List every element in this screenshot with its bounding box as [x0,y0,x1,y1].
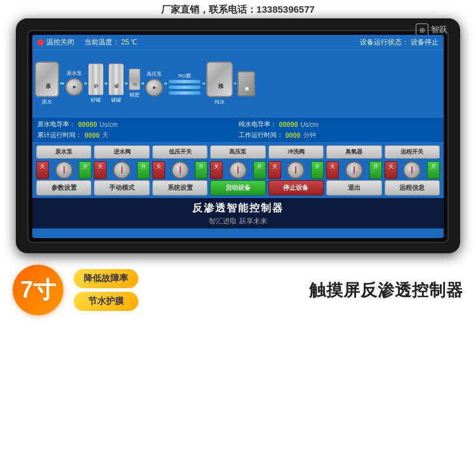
work-time-unit: 分钟 [303,131,316,140]
temp-control-label: 温控关闭 [46,37,74,47]
pure-water-box: 纯水箱 [237,71,255,96]
device-status: 设备运行状态： 设备停止 [360,37,439,47]
pure-water-tank-body: 纯水 [206,62,233,97]
top-banner: 厂家直销，联系电话：13385396577 [0,0,476,18]
tog-off-4[interactable]: 关 [210,161,223,179]
ro-membrane-body [168,79,201,95]
tog-on-5[interactable]: 开 [311,161,324,179]
tog-off-6[interactable]: 关 [326,161,339,179]
tog-off-2[interactable]: 关 [94,161,107,179]
tog-on-1[interactable]: 开 [79,161,91,179]
feature-tags: 降低故障率 节水护膜 [74,269,138,311]
system-settings-btn[interactable]: 系统设置 [152,180,208,195]
high-pressure-pump: 高压泵 ▶ [145,70,163,96]
tog-off-5[interactable]: 关 [268,161,281,179]
tog-dial-7[interactable] [403,161,421,179]
tog-on-3[interactable]: 开 [195,161,208,179]
brand-logo: ⊞ 智跃 [416,23,447,36]
ctrl-btn-remote-switch[interactable]: 远程开关 [385,145,440,159]
current-temp: 当前温度： 25 ℃ [84,37,137,47]
raw-conductivity-label: 原水电导率： [37,120,76,129]
size-badge: 7寸 [13,265,63,315]
brand-name: 智跃 [431,24,447,36]
start-device-btn[interactable]: 启动设备 [210,180,265,195]
sub-slogan: 智汇进取 跃享未来 [32,216,444,226]
ctrl-btn-low-pressure[interactable]: 低压开关 [152,145,208,159]
work-time-value: 0000 [286,132,301,139]
tog-off-7[interactable]: 关 [385,161,397,179]
param-settings-btn[interactable]: 参数设置 [36,180,91,195]
carbon-filter-body: 碳 [109,63,124,95]
pipe8 [234,83,236,84]
pure-conductivity-label: 纯水电导率： [239,120,277,129]
pipe2 [84,83,87,84]
ctrl-btn-inlet-valve[interactable]: 进水阀 [94,145,149,159]
ctrl-btn-high-pressure-pump[interactable]: 高压泵 [210,145,265,159]
precision-filter: 精 精密 [129,69,140,98]
exit-btn[interactable]: 退出 [326,180,381,195]
ctrl-btn-ozone[interactable]: 臭氧器 [326,145,381,159]
pipe1 [60,83,64,84]
tog-on-7[interactable]: 开 [427,161,440,179]
hmi-screen: 温控关闭 当前温度： 25 ℃ 设备运行状态： 设备停止 [32,35,444,238]
tog-on-2[interactable]: 开 [137,161,150,179]
tog-dial-1[interactable] [55,161,73,179]
tog-dial-2[interactable] [113,161,131,179]
data-area: 原水电导率： 00000 Us/cm 纯水电导率： 00000 Us/cm 累计… [32,117,444,143]
temp-control-indicator: 温控关闭 [37,37,74,47]
sand-filter: 砂 砂罐 [88,63,103,103]
sand-filter-label: 砂罐 [91,96,101,103]
manual-mode-btn[interactable]: 手动模式 [94,180,149,195]
tog-dial-5[interactable] [287,161,305,179]
pipe7 [202,83,205,84]
pipe3 [105,83,107,84]
ro-label: RO膜 [178,72,191,79]
toggle-hp-pump: 关 开 [210,161,265,179]
ctrl-btn-flush-valve[interactable]: 冲洗阀 [268,145,324,159]
raw-pump-circle: ▶ [65,78,83,96]
pure-water-tank: 纯水 纯水 [206,62,233,105]
raw-conductivity-value: 00000 [78,121,97,128]
raw-conductivity-row: 原水电导率： 00000 Us/cm [37,119,238,129]
toggle-remote: 关 开 [385,161,440,179]
stop-device-btn[interactable]: 停止设备 [268,180,324,195]
action-buttons: 参数设置 手动模式 系统设置 启动设备 停止设备 退出 远程信息 [36,180,440,195]
raw-water-tank: 原水 原水 [35,62,59,105]
runtime-label: 累计运行时间： [37,131,82,140]
runtime-value: 0000 [84,132,100,139]
tog-off-3[interactable]: 关 [152,161,165,179]
feature-tag-2: 节水护膜 [74,292,138,311]
toggle-raw-pump: 关 开 [36,161,91,179]
ro-membrane: RO膜 [168,72,201,95]
ctrl-btn-raw-water-pump[interactable]: 原水泵 [36,145,91,159]
pipe6 [164,83,167,84]
tog-dial-6[interactable] [345,161,363,179]
tog-on-6[interactable]: 开 [369,161,382,179]
status-bar: 温控关闭 当前温度： 25 ℃ 设备运行状态： 设备停止 [32,35,444,50]
tog-dial-4[interactable] [229,161,247,179]
runtime-unit: 天 [102,131,109,140]
remote-info-btn[interactable]: 远程信息 [385,180,440,195]
pure-water-label: 纯水 [215,98,225,105]
toggle-flush: 关 开 [268,161,324,179]
tog-off-1[interactable]: 关 [36,161,49,179]
raw-pump-label-above: 原水泵 [67,70,82,77]
work-time-row: 工作运行时间： 0000 分钟 [239,130,439,140]
precision-filter-label: 精密 [129,91,140,98]
toggle-row: 关 开 关 开 关 开 关 [36,161,440,179]
main-title: 反渗透智能控制器 [32,202,444,215]
screen-bottom: 反渗透智能控制器 智汇进取 跃享未来 [32,198,444,228]
pure-conductivity-row: 纯水电导率： 00000 Us/cm [239,119,439,129]
pure-conductivity-unit: Us/cm [301,121,319,128]
sand-filter-body: 砂 [88,63,103,95]
pipe5 [142,83,144,84]
process-diagram: 原水 原水 原水泵 ▶ 砂 [32,50,444,117]
raw-water-label: 原水 [42,98,52,105]
toggle-inlet: 关 开 [94,161,149,179]
work-time-label: 工作运行时间： [239,131,283,140]
raw-water-pump: 原水泵 ▶ [65,70,83,97]
tog-on-4[interactable]: 开 [253,161,266,179]
temp-dot [37,39,44,46]
tog-dial-3[interactable] [171,161,189,179]
brand-icon: ⊞ [416,23,428,36]
